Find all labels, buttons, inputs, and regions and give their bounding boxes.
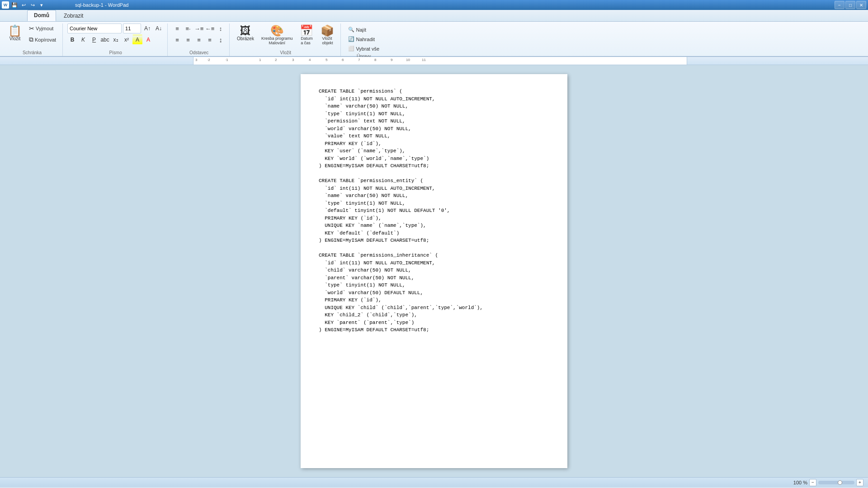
maximize-button[interactable]: □	[845, 1, 855, 9]
datetime-icon: 📅	[300, 25, 313, 36]
font-label: Písmo	[109, 49, 122, 55]
select-all-icon: ⬜	[348, 46, 354, 52]
paste-button[interactable]: 📋 Vložit	[5, 23, 24, 43]
paste-icon: 📋	[8, 25, 22, 36]
minimize-button[interactable]: −	[835, 1, 844, 9]
cut-button[interactable]: ✂ Vyjmout	[26, 23, 59, 33]
cut-icon: ✂	[29, 25, 34, 32]
font-group: A↑ A↓ B K P abc x₂ x² A A Písmo	[64, 23, 168, 56]
clipboard-group: 📋 Vložit ✂ Vyjmout ⧉ Kopírovat Schránka	[2, 23, 63, 56]
insert-obj-button[interactable]: 📦 Vložitobjekt	[318, 23, 337, 47]
align-justify-btn[interactable]: ≡	[205, 35, 215, 45]
zoom-percent: 100 %	[793, 480, 807, 485]
datetime-button[interactable]: 📅 Datuma čas	[297, 23, 316, 47]
main-area: CREATE TABLE `permissions` ( `id` int(11…	[0, 65, 868, 477]
quick-dropdown-btn[interactable]: ▾	[38, 1, 46, 9]
copy-icon: ⧉	[29, 36, 33, 43]
image-button[interactable]: 🖼 Obrázek	[234, 23, 257, 43]
font-selector[interactable]	[67, 23, 122, 33]
quick-save-btn[interactable]: 💾	[10, 1, 19, 9]
replace-button[interactable]: 🔄 Nahradit	[345, 35, 377, 43]
italic-btn[interactable]: K	[78, 35, 88, 45]
superscript-btn[interactable]: x²	[122, 35, 132, 45]
bold-btn[interactable]: B	[67, 35, 77, 45]
tab-home[interactable]: Domů	[27, 10, 56, 21]
font-size-selector[interactable]	[123, 23, 141, 33]
insert-label: Vložit	[280, 49, 291, 55]
zoom-in-btn[interactable]: +	[856, 479, 863, 486]
copy-button[interactable]: ⧉ Kopírovat	[26, 34, 59, 45]
align-left-btn[interactable]: ≡	[172, 35, 182, 45]
bullet-list-btn[interactable]: ≡	[172, 23, 182, 33]
sql-content[interactable]: CREATE TABLE `permissions` ( `id` int(11…	[319, 88, 549, 334]
quick-redo-btn[interactable]: ↪	[28, 1, 37, 9]
insert-group: 🖼 Obrázek 🎨 Kresba programuMalování 📅 Da…	[231, 23, 341, 56]
indent-more-btn[interactable]: →≡	[194, 23, 204, 33]
subscript-btn[interactable]: x₂	[111, 35, 121, 45]
zoom-slider[interactable]	[818, 481, 854, 484]
image-icon: 🖼	[240, 25, 251, 36]
paint-button[interactable]: 🎨 Kresba programuMalování	[259, 23, 296, 47]
title-bar: W 💾 ↩ ↪ ▾ sql-backup-1 - WordPad − □ ✕	[0, 0, 868, 10]
align-right-btn[interactable]: ≡	[194, 35, 204, 45]
find-button[interactable]: 🔍 Najít	[345, 25, 369, 34]
clipboard-label: Schránka	[23, 49, 42, 55]
strikethrough-btn[interactable]: abc	[100, 35, 110, 45]
zoom-slider-thumb	[838, 480, 842, 485]
paragraph-spacing-btn[interactable]: ↨	[216, 35, 226, 45]
edit-group: 🔍 Najít 🔄 Nahradit ⬜ Vybrat vše Úpravy	[342, 23, 386, 56]
window-title: sql-backup-1 - WordPad	[75, 2, 128, 8]
zoom-out-btn[interactable]: −	[809, 479, 816, 486]
replace-icon: 🔄	[348, 36, 354, 42]
indent-less-btn[interactable]: ←≡	[205, 23, 215, 33]
line-spacing-btn[interactable]: ↕	[216, 23, 226, 33]
status-bar: 100 % − +	[0, 477, 868, 487]
underline-btn[interactable]: P	[89, 35, 99, 45]
close-button[interactable]: ✕	[856, 1, 866, 9]
highlight-btn[interactable]: A	[132, 35, 142, 45]
insert-obj-icon: 📦	[321, 25, 334, 36]
grow-font-btn[interactable]: A↑	[142, 23, 152, 33]
ruler-inner: 3 ·2 ·1 1 2 3 4 5 6 7 8 9 10 11	[193, 57, 687, 65]
paragraph-group: ≡ ≡· →≡ ←≡ ↕ ≡ ≡ ≡ ≡ ↨ Odstavec	[169, 23, 230, 56]
paragraph-label: Odstavec	[189, 49, 208, 55]
document-container[interactable]: CREATE TABLE `permissions` ( `id` int(11…	[0, 65, 868, 477]
font-color-btn[interactable]: A	[143, 35, 153, 45]
quick-undo-btn[interactable]: ↩	[19, 1, 28, 9]
align-center-btn[interactable]: ≡	[183, 35, 193, 45]
zoom-control: 100 % − +	[793, 479, 863, 486]
document-page: CREATE TABLE `permissions` ( `id` int(11…	[301, 74, 567, 468]
find-icon: 🔍	[348, 27, 354, 33]
paint-icon: 🎨	[270, 25, 284, 36]
tab-view[interactable]: Zobrazit	[57, 10, 90, 21]
app-icon: W	[2, 1, 9, 9]
ribbon: 📋 Vložit ✂ Vyjmout ⧉ Kopírovat Schránka	[0, 22, 868, 57]
ruler: 3 ·2 ·1 1 2 3 4 5 6 7 8 9 10 11	[0, 57, 868, 65]
numbered-list-btn[interactable]: ≡·	[183, 23, 193, 33]
ribbon-tabs: Domů Zobrazit	[0, 10, 868, 22]
select-all-button[interactable]: ⬜ Vybrat vše	[345, 44, 382, 53]
shrink-font-btn[interactable]: A↓	[154, 23, 164, 33]
